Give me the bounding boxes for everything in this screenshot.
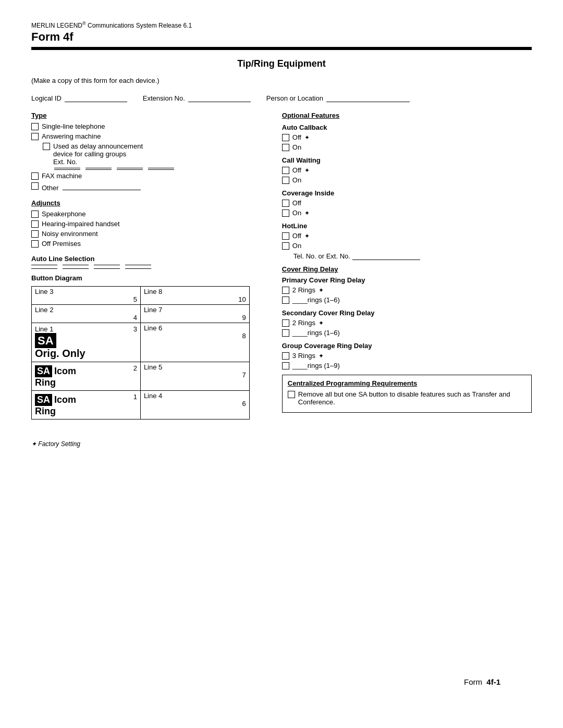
checkbox-hotline-on[interactable] xyxy=(282,242,289,250)
other-input[interactable] xyxy=(63,182,141,190)
hotline-tel-label: Tel. No. or Ext. No. xyxy=(293,252,350,260)
btn-label-line7: Line 7 xyxy=(144,306,162,314)
checkbox-primary-2rings[interactable] xyxy=(282,287,289,294)
type-item-single-line: Single-line telephone xyxy=(31,122,261,130)
footer-page-num: 4f-1 xyxy=(486,677,500,686)
coverage-on-label: On ✦ xyxy=(292,209,310,217)
hotline-off-label: Off ✦ xyxy=(292,232,310,240)
type-single-line-label: Single-line telephone xyxy=(42,122,105,130)
checkbox-speakerphone[interactable] xyxy=(31,211,39,218)
factory-setting-text: ✦ Factory Setting xyxy=(31,440,80,448)
auto-blank xyxy=(94,265,120,265)
cover-ring-heading-text: Cover Ring Delay xyxy=(282,265,338,273)
right-column: Optional Features Auto Callback Off ✦ On… xyxy=(272,112,532,419)
adjunct-hearing-impaired: Hearing-impaired handset xyxy=(31,220,261,228)
btn-label-line2: Line 2 xyxy=(35,306,53,314)
checkbox-hotline-off[interactable] xyxy=(282,232,289,240)
checkbox-group-3rings[interactable] xyxy=(282,352,289,360)
checkbox-coverage-off[interactable] xyxy=(282,200,289,207)
page-title: Tip/Ring Equipment xyxy=(31,58,532,69)
auto-blank xyxy=(31,265,57,265)
table-row: Line 2 4 Line 7 9 xyxy=(32,305,250,323)
hotline-tel-input[interactable] xyxy=(352,252,420,260)
btn-cell-line5: Line 5 7 xyxy=(140,362,249,391)
type-fax-label: FAX machine xyxy=(42,172,82,180)
cover-ring-heading: Cover Ring Delay xyxy=(282,265,532,273)
optional-features-heading: Optional Features xyxy=(282,112,532,119)
logical-id-label: Logical ID xyxy=(31,94,62,102)
primary-cover-ring: Primary Cover Ring Delay 2 Rings ✦ ____r… xyxy=(282,276,532,304)
btn-cell-sa-icom-2: SA Icom Ring 2 xyxy=(32,362,141,391)
checkbox-fax[interactable] xyxy=(31,172,39,180)
title-text: Tip/Ring Equipment xyxy=(237,58,326,69)
extension-no-field: Extension No. xyxy=(143,94,251,102)
call-waiting-off-label: Off ✦ xyxy=(292,166,310,174)
checkbox-single-line[interactable] xyxy=(31,123,39,130)
call-waiting-on: On xyxy=(282,176,532,184)
system-name: MERLIN LEGEND xyxy=(31,22,82,29)
checkbox-other[interactable] xyxy=(31,182,39,190)
type-heading: Type xyxy=(31,112,261,119)
checkbox-secondary-custom[interactable] xyxy=(282,329,289,337)
centralized-item-label: Remove all but one SA button to disable … xyxy=(298,390,526,406)
type-heading-text: Type xyxy=(31,112,46,119)
auto-blank xyxy=(63,265,89,265)
checkbox-group-custom[interactable] xyxy=(282,362,289,369)
group-custom-rings: ____rings (1–9) xyxy=(282,362,532,369)
auto-callback-off: Off ✦ xyxy=(282,133,532,141)
call-waiting-off: Off ✦ xyxy=(282,166,532,174)
blank-seg xyxy=(117,168,143,168)
checkbox-primary-custom[interactable] xyxy=(282,297,289,304)
hotline-heading: HotLine xyxy=(282,222,532,230)
secondary-cover-ring: Secondary Cover Ring Delay 2 Rings ✦ ___… xyxy=(282,309,532,337)
btn-cell-line8: Line 8 10 xyxy=(140,287,249,305)
blank-seg xyxy=(85,169,112,170)
ext-blank-lines xyxy=(54,168,261,170)
checkbox-delay-announcement[interactable] xyxy=(43,143,50,150)
btn-label-line5: Line 5 xyxy=(144,363,162,371)
blank-line-row-2 xyxy=(54,169,261,170)
btn-num-2: 2 xyxy=(133,364,137,372)
btn-cell-line3: Line 3 5 xyxy=(32,287,141,305)
checkbox-autocallback-on[interactable] xyxy=(282,144,289,151)
checkbox-off-premises[interactable] xyxy=(31,240,39,248)
secondary-heading: Secondary Cover Ring Delay xyxy=(282,309,532,317)
ring-label-2: Ring xyxy=(35,377,76,388)
auto-blank xyxy=(31,268,57,269)
coverage-inside-heading: Coverage Inside xyxy=(282,189,532,197)
extension-no-input[interactable] xyxy=(188,94,251,102)
btn-cell-line2: Line 2 4 xyxy=(32,305,141,323)
checkbox-autocallback-off[interactable] xyxy=(282,134,289,141)
auto-blank xyxy=(125,268,151,269)
auto-blank xyxy=(94,268,120,269)
adjuncts-heading: Adjuncts xyxy=(31,199,261,207)
checkbox-hearing-impaired[interactable] xyxy=(31,220,39,228)
secondary-custom-rings: ____rings (1–6) xyxy=(282,329,532,337)
primary-custom-rings: ____rings (1–6) xyxy=(282,296,532,304)
blank-seg xyxy=(54,168,80,168)
primary-custom-label: ____rings (1–6) xyxy=(292,296,340,304)
table-row: Line 3 5 Line 8 10 xyxy=(32,287,250,305)
type-delay-label: Used as delay announcementdevice for cal… xyxy=(53,142,143,166)
checkbox-answering-machine[interactable] xyxy=(31,133,39,140)
type-answering-machine-label: Answering machine xyxy=(42,132,101,140)
table-row: SA Icom Ring 2 Line 5 7 xyxy=(32,362,250,391)
table-row: SA Icom Ring 1 Line 4 6 xyxy=(32,391,250,419)
adjuncts-heading-text: Adjuncts xyxy=(31,199,60,207)
type-item-answering-machine: Answering machine xyxy=(31,132,261,140)
logical-id-input[interactable] xyxy=(65,94,127,102)
adjunct-off-premises-label: Off Premises xyxy=(42,240,81,248)
person-location-input[interactable] xyxy=(326,94,410,102)
adjunct-speakerphone: Speakerphone xyxy=(31,210,261,218)
table-row: Line 1 SA Orig. Only 3 Line 6 xyxy=(32,323,250,362)
checkbox-centralized[interactable] xyxy=(288,391,295,398)
coverage-inside-off: Off xyxy=(282,199,532,207)
checkbox-secondary-2rings[interactable] xyxy=(282,319,289,327)
auto-line-heading: Auto Line Selection xyxy=(31,255,261,263)
btn-label-line8: Line 8 xyxy=(144,288,162,295)
checkbox-noisy[interactable] xyxy=(31,230,39,238)
checkbox-callwaiting-on[interactable] xyxy=(282,177,289,184)
checkbox-callwaiting-off[interactable] xyxy=(282,167,289,174)
auto-blank xyxy=(63,268,89,269)
checkbox-coverage-on[interactable] xyxy=(282,209,289,217)
